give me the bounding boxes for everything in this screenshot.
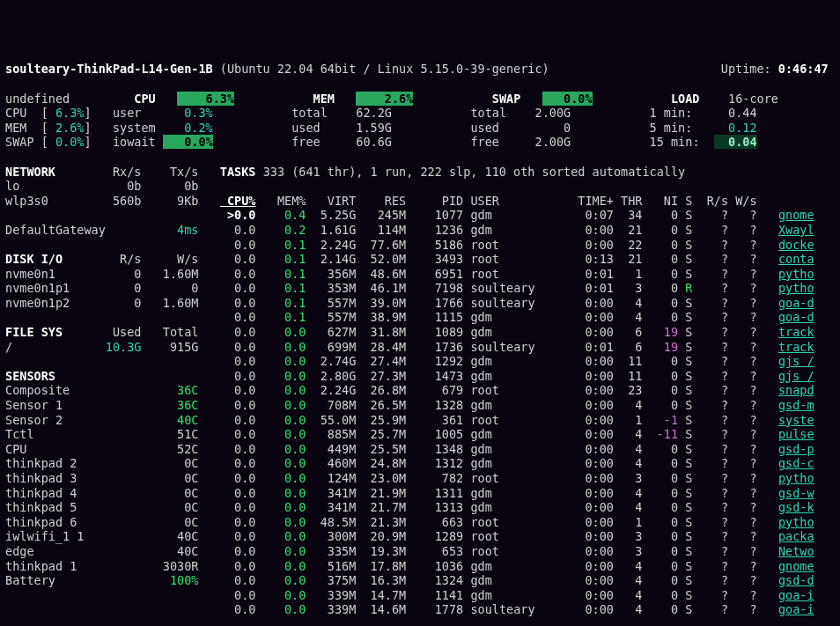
- col-rs[interactable]: R/s: [692, 194, 728, 208]
- p-thr: 4: [614, 500, 643, 514]
- sensor-val: 40C: [141, 544, 198, 558]
- p-thr: 1: [614, 515, 643, 529]
- p-pid: 1736: [406, 340, 463, 354]
- col-thr[interactable]: THR: [614, 194, 643, 208]
- p-cmd[interactable]: pytho: [778, 515, 814, 529]
- p-user: soulteary: [470, 296, 549, 310]
- p-cmd[interactable]: gsd-d: [778, 573, 814, 587]
- p-time: 0:00: [549, 296, 614, 310]
- mini-cpu-label: CPU [: [5, 106, 48, 120]
- net-rx: 0b: [84, 179, 141, 193]
- p-thr: 4: [614, 456, 643, 470]
- p-ni: 19: [642, 340, 678, 354]
- p-cpu: 0.0: [220, 559, 256, 573]
- col-mem[interactable]: MEM%: [256, 194, 306, 208]
- p-thr: 23: [614, 383, 643, 397]
- p-res: 17.8M: [356, 559, 406, 573]
- load15-label: 15 min:: [650, 135, 707, 149]
- p-ni: 0: [642, 369, 678, 383]
- col-virt[interactable]: VIRT: [306, 194, 356, 208]
- p-cmd[interactable]: docke: [778, 238, 814, 252]
- p-res: 26.8M: [356, 383, 406, 397]
- p-cpu: 0.0: [220, 267, 256, 281]
- p-time: 0:00: [549, 515, 614, 529]
- p-user: gdm: [470, 208, 549, 222]
- p-ni: 0: [642, 500, 678, 514]
- col-ni[interactable]: NI: [642, 194, 678, 208]
- col-pid[interactable]: PID: [406, 194, 463, 208]
- p-user: root: [470, 267, 549, 281]
- p-cmd[interactable]: goa-d: [778, 296, 814, 310]
- p-ws: ?: [728, 223, 757, 237]
- uptime-label: Uptime:: [721, 62, 778, 76]
- sensor-val: 40C: [141, 529, 198, 543]
- gateway-label: DefaultGateway: [5, 223, 141, 237]
- glances-terminal[interactable]: soulteary-ThinkPad-L14-Gen-1B (Ubuntu 22…: [5, 62, 835, 617]
- p-time: 0:01: [549, 340, 614, 354]
- p-rs: ?: [692, 529, 728, 543]
- col-ws[interactable]: W/s: [728, 194, 757, 208]
- p-user: soulteary: [470, 281, 549, 295]
- network-title: NETWORK: [5, 165, 84, 179]
- p-cmd[interactable]: gsd-k: [778, 500, 814, 514]
- p-user: gdm: [470, 223, 549, 237]
- sensor-val: 0C: [141, 515, 198, 529]
- p-cmd[interactable]: gsd-m: [778, 398, 814, 412]
- p-cmd[interactable]: gnome: [778, 559, 814, 573]
- p-ws: ?: [728, 559, 757, 573]
- p-cmd[interactable]: syste: [778, 413, 814, 427]
- p-cmd[interactable]: pulse: [778, 427, 814, 441]
- disk-title: DISK I/O: [5, 252, 84, 266]
- p-cmd[interactable]: gjs /: [778, 369, 814, 383]
- p-time: 0:00: [549, 573, 614, 587]
- p-virt: 2.14G: [306, 252, 356, 266]
- p-cpu: 0.0: [220, 398, 256, 412]
- col-time[interactable]: TIME+: [549, 194, 614, 208]
- cpu-user-label: user: [113, 106, 170, 120]
- p-cmd[interactable]: conta: [778, 252, 814, 266]
- p-pid: 1141: [406, 588, 463, 602]
- p-cmd[interactable]: goa-d: [778, 310, 814, 324]
- p-user: gdm: [470, 486, 549, 500]
- p-virt: 557M: [306, 310, 356, 324]
- p-mem: 0.0: [255, 588, 306, 602]
- p-cmd[interactable]: Xwayl: [778, 223, 814, 237]
- p-cmd[interactable]: gsd-w: [778, 486, 814, 500]
- p-res: 16.3M: [356, 573, 406, 587]
- sensor-name: thinkpad 5: [5, 500, 141, 514]
- swap-total-label: total: [470, 106, 527, 120]
- p-pid: 1766: [406, 296, 463, 310]
- p-pid: 1324: [406, 573, 463, 587]
- p-cmd[interactable]: pytho: [778, 267, 814, 281]
- p-virt: 375M: [306, 573, 356, 587]
- p-user: root: [470, 252, 549, 266]
- cpu-bar: 6.3%: [177, 92, 234, 106]
- p-user: gdm: [470, 427, 549, 441]
- p-cmd[interactable]: gnome: [778, 208, 814, 222]
- p-time: 0:00: [549, 529, 614, 543]
- p-cmd[interactable]: track: [778, 325, 814, 339]
- col-user[interactable]: USER: [470, 194, 549, 208]
- p-time: 0:00: [549, 413, 614, 427]
- p-cmd[interactable]: gjs /: [778, 354, 814, 368]
- sensors-title: SENSORS: [5, 369, 198, 383]
- p-cmd[interactable]: gsd-p: [778, 442, 814, 456]
- p-cmd[interactable]: track: [778, 340, 814, 354]
- col-res[interactable]: RES: [356, 194, 406, 208]
- p-mem: 0.0: [256, 413, 306, 427]
- p-cmd[interactable]: pytho: [778, 471, 814, 485]
- p-cmd[interactable]: goa-i: [778, 602, 814, 616]
- p-cmd[interactable]: snapd: [778, 383, 814, 397]
- p-ni: -11: [642, 427, 678, 441]
- p-virt: 339M: [306, 602, 356, 616]
- p-user: root: [470, 529, 549, 543]
- swap-total: 2.00G: [527, 106, 571, 120]
- col-cpu[interactable]: CPU%: [220, 194, 256, 208]
- p-res: 38.9M: [356, 310, 406, 324]
- p-cmd[interactable]: goa-i: [778, 588, 814, 602]
- p-cmd[interactable]: Netwo: [778, 544, 814, 558]
- p-cmd[interactable]: pytho: [778, 281, 814, 295]
- p-cmd[interactable]: gsd-c: [778, 456, 814, 470]
- p-cmd[interactable]: packa: [778, 529, 814, 543]
- p-time: 0:01: [549, 281, 614, 295]
